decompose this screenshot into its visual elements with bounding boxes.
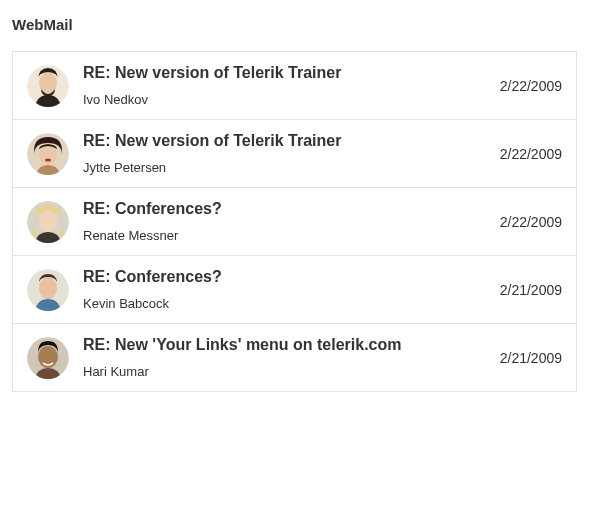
- svg-point-8: [39, 277, 57, 299]
- mail-row[interactable]: RE: New 'Your Links' menu on telerik.com…: [13, 324, 576, 391]
- mail-subject: RE: New version of Telerik Trainer: [83, 132, 478, 150]
- mail-sender: Jytte Petersen: [83, 160, 478, 175]
- mail-row[interactable]: RE: Conferences? Renate Messner 2/22/200…: [13, 188, 576, 256]
- mail-date: 2/22/2009: [500, 214, 562, 230]
- page-title: WebMail: [12, 16, 577, 33]
- mail-row[interactable]: RE: Conferences? Kevin Babcock 2/21/2009: [13, 256, 576, 324]
- mail-sender: Kevin Babcock: [83, 296, 478, 311]
- avatar: [27, 337, 69, 379]
- mail-content: RE: New version of Telerik Trainer Jytte…: [83, 132, 478, 175]
- mail-content: RE: New 'Your Links' menu on telerik.com…: [83, 336, 478, 379]
- mail-subject: RE: Conferences?: [83, 200, 478, 218]
- mail-row[interactable]: RE: New version of Telerik Trainer Ivo N…: [13, 52, 576, 120]
- mail-list: RE: New version of Telerik Trainer Ivo N…: [12, 51, 577, 392]
- mail-sender: Hari Kumar: [83, 364, 478, 379]
- mail-sender: Ivo Nedkov: [83, 92, 478, 107]
- mail-content: RE: Conferences? Renate Messner: [83, 200, 478, 243]
- svg-point-3: [39, 145, 57, 165]
- mail-subject: RE: Conferences?: [83, 268, 478, 286]
- mail-date: 2/21/2009: [500, 350, 562, 366]
- svg-point-4: [45, 158, 51, 161]
- mail-content: RE: New version of Telerik Trainer Ivo N…: [83, 64, 478, 107]
- mail-date: 2/22/2009: [500, 78, 562, 94]
- avatar: [27, 201, 69, 243]
- svg-point-6: [39, 211, 57, 233]
- avatar: [27, 65, 69, 107]
- mail-date: 2/21/2009: [500, 282, 562, 298]
- mail-sender: Renate Messner: [83, 228, 478, 243]
- mail-subject: RE: New version of Telerik Trainer: [83, 64, 478, 82]
- mail-content: RE: Conferences? Kevin Babcock: [83, 268, 478, 311]
- mail-date: 2/22/2009: [500, 146, 562, 162]
- avatar: [27, 269, 69, 311]
- avatar: [27, 133, 69, 175]
- mail-subject: RE: New 'Your Links' menu on telerik.com: [83, 336, 478, 354]
- mail-row[interactable]: RE: New version of Telerik Trainer Jytte…: [13, 120, 576, 188]
